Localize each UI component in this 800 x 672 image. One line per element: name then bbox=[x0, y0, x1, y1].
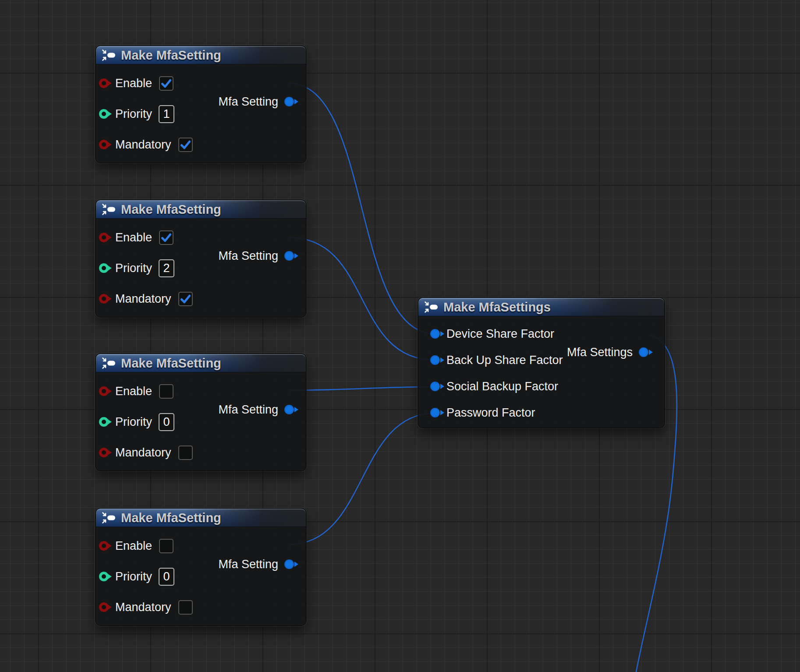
node-title: Make MfaSetting bbox=[121, 512, 221, 524]
bool-pin-icon[interactable] bbox=[99, 541, 109, 551]
enable-checkbox[interactable] bbox=[159, 384, 173, 399]
pin-label: Password Factor bbox=[446, 407, 535, 419]
bool-pin-icon[interactable] bbox=[99, 386, 109, 396]
bool-pin-icon[interactable] bbox=[99, 294, 109, 304]
pin-label: Mandatory bbox=[115, 139, 171, 151]
pin-label: Mfa Setting bbox=[218, 559, 278, 570]
pin-row: Mandatory bbox=[96, 129, 306, 160]
blueprint-graph-canvas[interactable]: Make MfaSetting Enable Priority 1 Mandat… bbox=[0, 0, 800, 672]
node-title: Make MfaSetting bbox=[121, 203, 221, 216]
node-title: Make MfaSettings bbox=[443, 301, 551, 314]
node-body: Enable Priority 0 Mandatory bbox=[96, 372, 306, 468]
bool-pin-icon[interactable] bbox=[99, 78, 109, 88]
bool-pin-icon[interactable] bbox=[99, 140, 109, 149]
pin-label: Mandatory bbox=[115, 447, 171, 459]
wire-connection[interactable] bbox=[289, 387, 435, 390]
int-pin-icon[interactable] bbox=[99, 263, 109, 273]
pin-label: Enable bbox=[115, 386, 152, 397]
mandatory-checkbox[interactable] bbox=[178, 292, 193, 306]
pin-label: Mfa Setting bbox=[218, 96, 278, 108]
node-header[interactable]: Make MfaSetting bbox=[96, 46, 306, 64]
output-pin-row: Mfa Setting bbox=[218, 394, 294, 425]
node-make-mfasetting-3[interactable]: Make MfaSetting Enable Priority 0 Mandat… bbox=[96, 354, 306, 470]
pin-row: Mandatory bbox=[96, 592, 306, 622]
pin-label: Mfa Setting bbox=[218, 404, 278, 416]
pin-label: Mandatory bbox=[115, 601, 171, 613]
node-header[interactable]: Make MfaSetting bbox=[96, 509, 306, 527]
pin-label: Enable bbox=[115, 78, 152, 89]
pin-label: Priority bbox=[115, 571, 152, 583]
checkmark-icon bbox=[179, 293, 192, 305]
bool-pin-icon[interactable] bbox=[99, 448, 109, 457]
make-struct-icon bbox=[424, 301, 439, 313]
struct-pin-icon[interactable] bbox=[430, 408, 440, 417]
pin-label: Priority bbox=[115, 416, 152, 428]
struct-pin-icon[interactable] bbox=[284, 559, 294, 569]
priority-input[interactable]: 0 bbox=[159, 413, 174, 431]
enable-checkbox[interactable] bbox=[159, 230, 173, 245]
struct-pin-icon[interactable] bbox=[639, 347, 648, 357]
priority-input[interactable]: 0 bbox=[159, 568, 174, 586]
output-pin-row: Mfa Setting bbox=[218, 86, 294, 117]
node-make-mfasetting-1[interactable]: Make MfaSetting Enable Priority 1 Mandat… bbox=[96, 46, 306, 163]
enable-checkbox[interactable] bbox=[159, 76, 173, 91]
pin-row: Mandatory bbox=[96, 283, 306, 314]
make-struct-icon bbox=[102, 203, 117, 216]
output-pin-row: Mfa Setting bbox=[218, 549, 294, 580]
pin-label: Back Up Share Factor bbox=[446, 354, 563, 366]
struct-pin-icon[interactable] bbox=[430, 355, 440, 365]
struct-pin-icon[interactable] bbox=[284, 251, 294, 261]
node-body: Enable Priority 2 Mandatory bbox=[96, 219, 306, 314]
node-make-mfasetting-2[interactable]: Make MfaSetting Enable Priority 2 Mandat… bbox=[96, 200, 306, 317]
node-make-mfasetting-4[interactable]: Make MfaSetting Enable Priority 0 Mandat… bbox=[96, 509, 306, 625]
pin-label: Mandatory bbox=[115, 293, 171, 305]
make-struct-icon bbox=[102, 49, 117, 61]
mandatory-checkbox[interactable] bbox=[178, 446, 193, 460]
bool-pin-icon[interactable] bbox=[99, 602, 109, 612]
struct-pin-icon[interactable] bbox=[284, 97, 294, 106]
pin-row: Password Factor bbox=[427, 400, 664, 426]
struct-pin-icon[interactable] bbox=[430, 329, 440, 339]
wire-connection[interactable] bbox=[289, 83, 435, 334]
pin-label: Enable bbox=[115, 540, 152, 552]
struct-pin-icon[interactable] bbox=[430, 382, 440, 391]
int-pin-icon[interactable] bbox=[99, 572, 109, 581]
struct-pin-icon[interactable] bbox=[284, 405, 294, 414]
make-struct-icon bbox=[102, 357, 117, 369]
node-title: Make MfaSetting bbox=[121, 357, 221, 370]
bool-pin-icon[interactable] bbox=[99, 233, 109, 242]
pin-label: Mfa Settings bbox=[567, 347, 633, 358]
checkmark-icon bbox=[179, 138, 192, 151]
pin-row: Social Backup Factor bbox=[427, 373, 664, 400]
priority-input[interactable]: 2 bbox=[159, 259, 174, 277]
node-body: Enable Priority 0 Mandatory bbox=[96, 527, 306, 622]
pin-row: Mandatory bbox=[96, 437, 306, 468]
node-title: Make MfaSetting bbox=[121, 49, 221, 62]
mandatory-checkbox[interactable] bbox=[178, 138, 193, 152]
pin-label: Mfa Setting bbox=[218, 250, 278, 262]
enable-checkbox[interactable] bbox=[159, 539, 173, 553]
checkmark-icon bbox=[160, 231, 173, 244]
wire-connection[interactable] bbox=[289, 237, 435, 360]
node-header[interactable]: Make MfaSettings bbox=[418, 298, 664, 316]
node-make-mfasettings[interactable]: Make MfaSettings Device Share Factor Bac… bbox=[418, 298, 664, 428]
node-body: Device Share Factor Back Up Share Factor… bbox=[418, 316, 664, 426]
mandatory-checkbox[interactable] bbox=[178, 600, 193, 615]
int-pin-icon[interactable] bbox=[99, 109, 109, 119]
wire-connection[interactable] bbox=[289, 413, 435, 545]
int-pin-icon[interactable] bbox=[99, 417, 109, 427]
pin-label: Priority bbox=[115, 108, 152, 120]
output-pin-row: Mfa Setting bbox=[218, 241, 294, 271]
output-pin-row: Mfa Settings bbox=[567, 339, 648, 365]
node-header[interactable]: Make MfaSetting bbox=[96, 354, 306, 372]
priority-input[interactable]: 1 bbox=[159, 105, 174, 123]
pin-label: Device Share Factor bbox=[446, 328, 554, 340]
checkmark-icon bbox=[160, 77, 173, 90]
node-body: Enable Priority 1 Mandatory bbox=[96, 64, 306, 160]
pin-label: Priority bbox=[115, 262, 152, 274]
node-header[interactable]: Make MfaSetting bbox=[96, 200, 306, 219]
pin-label: Social Backup Factor bbox=[446, 381, 558, 393]
make-struct-icon bbox=[102, 512, 117, 524]
pin-label: Enable bbox=[115, 232, 152, 244]
